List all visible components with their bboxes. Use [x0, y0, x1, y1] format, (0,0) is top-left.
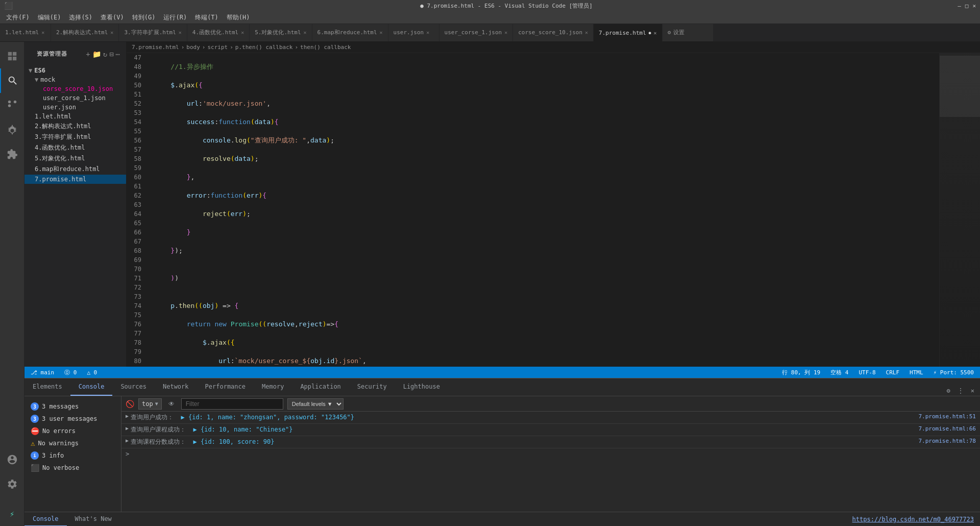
menu-edit[interactable]: 编辑(E) — [34, 12, 65, 23]
sidebar-item-object[interactable]: 5.对象优化.html — [24, 153, 126, 164]
menu-terminal[interactable]: 终端(T) — [191, 12, 223, 23]
devtools-tab-application[interactable]: Application — [292, 378, 349, 396]
log-level-select[interactable]: Default levels ▼ — [287, 398, 344, 410]
tab-close-icon[interactable]: ✕ — [179, 30, 182, 35]
console-filter-info[interactable]: i 3 info — [24, 449, 121, 462]
console-log-row-3[interactable]: ▶ 查询课程分数成功： ▶ {id: 100, score: 90} 7.pro… — [121, 436, 980, 448]
sidebar-item-function[interactable]: 4.函数优化.html — [24, 142, 126, 153]
sidebar-item-promise[interactable]: 7.promise.html — [24, 175, 126, 184]
sidebar-item-let[interactable]: 1.let.html — [24, 112, 126, 121]
breadcrumb-body[interactable]: body — [186, 44, 200, 51]
activity-account[interactable] — [0, 447, 24, 472]
sidebar-item-string[interactable]: 3.字符串扩展.html — [24, 132, 126, 142]
collapse-icon[interactable]: ⊟ — [109, 50, 113, 58]
activity-source-control[interactable] — [0, 93, 24, 117]
console-filter-messages[interactable]: 3 3 messages — [24, 400, 121, 413]
sidebar-item-user-json[interactable]: user.json — [24, 103, 126, 112]
devtools-tab-console[interactable]: Console — [70, 378, 113, 396]
breadcrumb-callback2[interactable]: then() callback — [300, 44, 351, 51]
activity-settings[interactable] — [0, 472, 24, 496]
expand-arrow-icon[interactable]: ▶ — [126, 438, 129, 443]
breadcrumb-callback1[interactable]: p.then() callback — [235, 44, 293, 51]
console-filter-input[interactable] — [181, 398, 283, 410]
devtools-tab-performance[interactable]: Performance — [197, 378, 254, 396]
devtools-tab-network[interactable]: Network — [155, 378, 197, 396]
tab-close-icon[interactable]: ✕ — [304, 30, 307, 35]
tab-settings[interactable]: ⚙ 设置 — [663, 24, 714, 41]
tab-destructure[interactable]: 2.解构表达式.html ✕ — [51, 24, 119, 41]
log-file-1[interactable]: 7.promise.html:51 — [918, 413, 976, 420]
tab-close-icon[interactable]: ✕ — [504, 30, 507, 35]
bottom-tab-console[interactable]: Console — [24, 512, 67, 527]
minimap[interactable] — [939, 53, 980, 367]
console-filter-verbose[interactable]: ⬛ No verbose — [24, 462, 121, 474]
log-file-2[interactable]: 7.promise.html:66 — [918, 425, 976, 432]
menu-help[interactable]: 帮助(H) — [223, 12, 254, 23]
devtools-tab-memory[interactable]: Memory — [254, 378, 292, 396]
sidebar-item-user-corse[interactable]: user_corse_1.json — [24, 93, 126, 103]
log-file-3[interactable]: 7.promise.html:78 — [918, 438, 976, 444]
devtools-close-icon[interactable]: ✕ — [969, 386, 976, 396]
console-log-row-2[interactable]: ▶ 查询用户课程成功： ▶ {id: 10, name: "Chinese"} … — [121, 424, 980, 436]
maximize-button[interactable]: □ — [965, 3, 969, 9]
expand-arrow-icon[interactable]: ▶ — [126, 413, 129, 419]
status-line-ending[interactable]: CRLF — [884, 369, 902, 376]
activity-extensions[interactable] — [0, 142, 24, 166]
clear-console-icon[interactable]: 🚫 — [126, 400, 134, 408]
minimize-button[interactable]: — — [958, 3, 961, 9]
breadcrumb-script[interactable]: script — [207, 44, 228, 51]
console-prompt[interactable]: > — [121, 448, 980, 460]
menu-file[interactable]: 文件(F) — [2, 12, 34, 23]
tab-userjson[interactable]: user.json ✕ — [388, 24, 439, 41]
new-folder-icon[interactable]: 📁 — [92, 50, 101, 58]
window-controls[interactable]: — □ ✕ — [958, 3, 976, 9]
status-git-branch[interactable]: ⎇ main — [29, 369, 56, 376]
bottom-url[interactable]: https://blog.csdn.net/m0_46977723 — [852, 516, 980, 523]
status-warnings[interactable]: △ 0 — [85, 369, 99, 376]
activity-explorer[interactable] — [0, 44, 24, 68]
tab-close-icon[interactable]: ✕ — [241, 30, 244, 35]
sidebar-mock-folder[interactable]: ▼ mock — [24, 75, 126, 84]
devtools-tab-elements[interactable]: Elements — [24, 378, 70, 396]
console-filter-user-messages[interactable]: 3 3 user messages — [24, 413, 121, 425]
activity-debug[interactable] — [0, 117, 24, 142]
tab-close-icon[interactable]: ✕ — [426, 30, 429, 35]
tab-close-icon[interactable]: ✕ — [654, 30, 657, 36]
menu-goto[interactable]: 转到(G) — [128, 12, 160, 23]
tab-close-icon[interactable]: ✕ — [380, 30, 383, 35]
close-button[interactable]: ✕ — [972, 3, 976, 9]
refresh-icon[interactable]: ↻ — [103, 50, 107, 58]
menu-run[interactable]: 运行(R) — [159, 12, 191, 23]
status-line-col[interactable]: 行 80, 列 19 — [780, 369, 822, 376]
devtools-settings-icon[interactable]: ⚙ — [945, 386, 952, 396]
top-selector[interactable]: top ▼ — [138, 398, 162, 410]
devtools-tab-lighthouse[interactable]: Lighthouse — [395, 378, 448, 396]
tab-object[interactable]: 5.对象优化.html ✕ — [250, 24, 312, 41]
status-spaces[interactable]: 空格 4 — [828, 369, 850, 376]
tab-let[interactable]: 1.let.html ✕ — [0, 24, 51, 41]
tab-close-icon[interactable]: ✕ — [585, 30, 588, 35]
eye-icon[interactable]: 👁 — [166, 398, 177, 410]
new-file-icon[interactable]: + — [86, 50, 90, 58]
activity-search[interactable] — [0, 68, 24, 93]
code-editor[interactable]: 47 48 49 50 51 52 53 54 55 56 57 58 — [127, 53, 939, 367]
tab-function[interactable]: 4.函数优化.html ✕ — [187, 24, 250, 41]
console-filter-warnings[interactable]: ⚠ No warnings — [24, 437, 121, 449]
activity-ports[interactable]: ⚡ — [0, 501, 24, 526]
status-language[interactable]: HTML — [908, 369, 925, 376]
sidebar-item-mapreduce[interactable]: 6.map和reduce.html — [24, 164, 126, 175]
tab-corsescore[interactable]: corse_score_10.json ✕ — [513, 24, 594, 41]
tab-usercorse[interactable]: user_corse_1.json ✕ — [439, 24, 513, 41]
console-log-row-1[interactable]: ▶ 查询用户成功： ▶ {id: 1, name: "zhongsan", pa… — [121, 412, 980, 424]
status-encoding[interactable]: UTF-8 — [856, 369, 877, 376]
tab-string[interactable]: 3.字符串扩展.html ✕ — [119, 24, 187, 41]
code-content[interactable]: //1.异步操作 $.ajax({ url:'mock/user.json', … — [150, 53, 939, 367]
breadcrumb-file[interactable]: 7.promise.html — [132, 44, 179, 51]
console-filter-errors[interactable]: ⛔ No errors — [24, 425, 121, 437]
tab-close-icon[interactable]: ✕ — [110, 30, 113, 35]
tab-promise[interactable]: 7.promise.html ● ✕ — [594, 24, 663, 41]
tab-close-icon[interactable]: ✕ — [41, 30, 44, 35]
devtools-tab-sources[interactable]: Sources — [112, 378, 155, 396]
status-port[interactable]: ⚡ Port: 5500 — [932, 369, 976, 376]
devtools-tab-security[interactable]: Security — [349, 378, 395, 396]
